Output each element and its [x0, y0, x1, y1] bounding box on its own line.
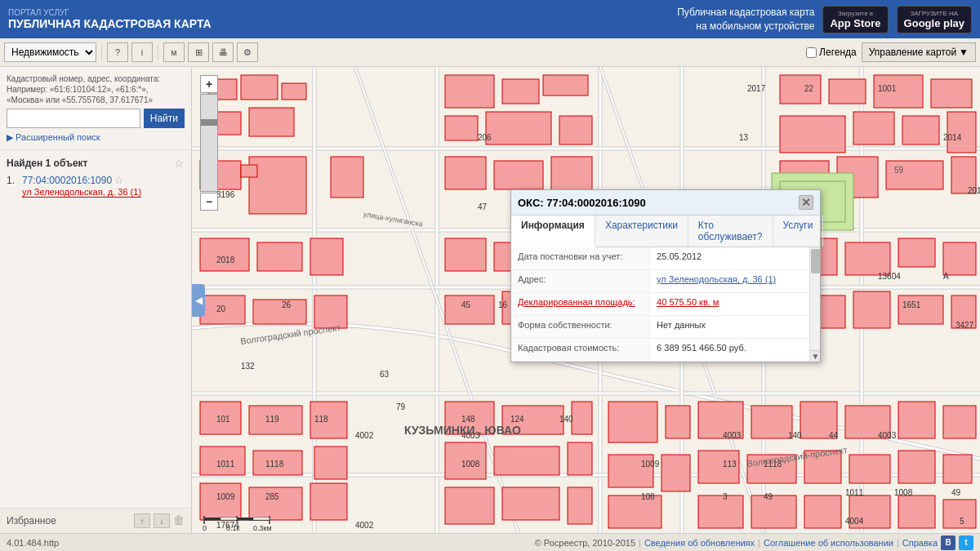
- zoom-slider[interactable]: [200, 94, 218, 192]
- svg-rect-187: [237, 518, 253, 520]
- sidebar-collapse-button[interactable]: ◀: [192, 284, 205, 317]
- zoom-out-button[interactable]: −: [200, 193, 218, 211]
- svg-text:5: 5: [960, 517, 964, 526]
- svg-text:49: 49: [951, 488, 961, 497]
- tab-services[interactable]: Услуги: [773, 216, 824, 247]
- svg-text:26: 26: [282, 300, 292, 309]
- measure-button[interactable]: м: [163, 42, 185, 62]
- svg-rect-46: [853, 112, 894, 144]
- footer-version: 4.01.484.http: [7, 538, 59, 548]
- favorites-export-button[interactable]: ↓: [154, 513, 170, 528]
- svg-text:20: 20: [216, 304, 226, 313]
- svg-rect-34: [543, 75, 588, 96]
- footer-terms-link[interactable]: Соглашение об использовании: [764, 538, 893, 548]
- svg-rect-97: [568, 487, 592, 524]
- favorites-delete-icon[interactable]: 🗑: [173, 513, 185, 528]
- popup-scrollbar-thumb[interactable]: [811, 249, 820, 273]
- popup-scrollbar[interactable]: ▼: [809, 247, 820, 362]
- svg-text:А: А: [943, 272, 949, 281]
- svg-rect-99: [666, 406, 690, 438]
- svg-rect-119: [898, 495, 935, 528]
- zoom-handle[interactable]: [201, 119, 217, 126]
- results-title: Найден 1 объект: [7, 158, 88, 169]
- svg-text:1001: 1001: [878, 84, 897, 93]
- help-button[interactable]: ?: [107, 42, 128, 62]
- svg-rect-107: [898, 402, 935, 438]
- popup-label-area[interactable]: Декларированная площадь:: [511, 293, 650, 315]
- svg-rect-116: [751, 495, 796, 528]
- svg-rect-88: [310, 483, 347, 520]
- svg-rect-40: [551, 157, 592, 193]
- info-button[interactable]: i: [131, 42, 153, 62]
- popup-tabs: Информация Характеристики Кто обслуживае…: [511, 216, 820, 247]
- svg-rect-35: [445, 116, 478, 140]
- favorites-import-button[interactable]: ↑: [134, 513, 150, 528]
- zoom-in-button[interactable]: +: [200, 75, 218, 93]
- header: ПОРТАЛ УСЛУГ ПУБЛИЧНАЯ КАДАСТРОВАЯ КАРТА…: [0, 0, 980, 38]
- svg-text:108: 108: [641, 492, 655, 501]
- popup-value-area[interactable]: 40 575.50 кв. м: [650, 293, 820, 315]
- legend-checkbox-label[interactable]: Легенда: [806, 47, 857, 58]
- appstore-button[interactable]: Загрузите в App Store: [822, 6, 888, 33]
- svg-rect-95: [445, 487, 494, 524]
- svg-text:140: 140: [788, 431, 802, 440]
- googleplay-button[interactable]: ЗАГРУЗИТЕ НА Google play: [897, 6, 972, 33]
- svg-text:4004: 4004: [845, 517, 864, 526]
- twitter-icon[interactable]: t: [959, 535, 973, 550]
- svg-text:2017: 2017: [747, 84, 766, 93]
- toolbar: Недвижимость Участки ОКС ? i м ⊞ 🖶 ⚙ Лег…: [0, 38, 980, 67]
- svg-text:59: 59: [894, 166, 904, 175]
- sidebar: Кадастровый номер, адрес, координата: На…: [0, 67, 192, 533]
- layers-button[interactable]: ⊞: [188, 42, 209, 62]
- svg-rect-94: [568, 442, 592, 475]
- tab-characteristics[interactable]: Характеристики: [595, 216, 688, 247]
- settings-button[interactable]: ⚙: [237, 42, 258, 62]
- advanced-search-link[interactable]: ▶ Расширенный поиск: [7, 132, 100, 142]
- logo-text: ПОРТАЛ УСЛУГ: [8, 8, 212, 17]
- results-area: Найден 1 объект ☆ 1. 77:04:0002016:1090 …: [0, 150, 191, 508]
- svg-text:2014: 2014: [968, 186, 980, 195]
- svg-rect-31: [241, 165, 257, 177]
- svg-text:132: 132: [241, 362, 255, 371]
- result-star-icon[interactable]: ☆: [114, 175, 123, 186]
- popup-value-cadvalue: 6 389 951 466.50 руб.: [650, 339, 820, 361]
- results-header: Найден 1 объект ☆: [7, 157, 185, 170]
- result-item: 1. 77:04:0002016:1090 ☆ ул Зеленодольска…: [7, 175, 185, 198]
- vk-icon[interactable]: В: [941, 535, 956, 550]
- popup-row-date: Дата постановки на учет: 25.05.2012: [511, 247, 820, 270]
- footer-separator-3: |: [897, 538, 899, 548]
- search-input[interactable]: [7, 109, 140, 128]
- svg-rect-69: [845, 242, 890, 275]
- svg-rect-30: [331, 157, 363, 198]
- svg-text:1008: 1008: [461, 460, 480, 469]
- svg-rect-25: [282, 83, 306, 100]
- popup-scroll-down-button[interactable]: ▼: [810, 350, 820, 362]
- print-button[interactable]: 🖶: [212, 42, 234, 62]
- footer-help-link[interactable]: Справка: [902, 538, 938, 548]
- search-button[interactable]: Найти: [144, 109, 185, 128]
- property-type-dropdown[interactable]: Недвижимость Участки ОКС: [4, 42, 96, 62]
- svg-rect-85: [314, 447, 347, 479]
- popup-row-area: Декларированная площадь: 40 575.50 кв. м: [511, 293, 820, 316]
- footer-separator-1: |: [639, 538, 641, 548]
- footer-updates-link[interactable]: Сведения об обновлениях: [644, 538, 755, 548]
- svg-rect-48: [947, 112, 976, 153]
- tab-info[interactable]: Информация: [511, 216, 595, 247]
- favorites-icons: ↑ ↓ 🗑: [134, 513, 185, 528]
- manage-map-button[interactable]: Управление картой ▼: [862, 42, 976, 62]
- result-cadastral-link[interactable]: 77:04:0002016:1090: [22, 175, 112, 186]
- results-star-icon[interactable]: ☆: [174, 157, 185, 170]
- svg-rect-71: [943, 242, 976, 275]
- tab-who-serves[interactable]: Кто обслуживает?: [688, 216, 773, 247]
- map-zoom-controls: + −: [200, 75, 218, 211]
- svg-text:1008: 1008: [894, 488, 913, 497]
- result-address[interactable]: ул Зеленодольская, д. 36 (1): [22, 187, 141, 198]
- popup-value-address[interactable]: ул Зеленодольская, д. 36 (1): [650, 270, 820, 292]
- popup-close-button[interactable]: ✕: [799, 195, 813, 210]
- search-hint: Кадастровый номер, адрес, координата: На…: [7, 73, 185, 105]
- popup-label-ownership: Форма собственности:: [511, 316, 650, 338]
- footer-right: © Росреестр, 2010-2015 | Сведения об обн…: [535, 535, 973, 550]
- svg-rect-185: [204, 518, 220, 520]
- map-area[interactable]: 206 13 2017 22 1001 2014 2014 8196 47 24…: [192, 67, 980, 533]
- legend-checkbox[interactable]: [806, 47, 817, 58]
